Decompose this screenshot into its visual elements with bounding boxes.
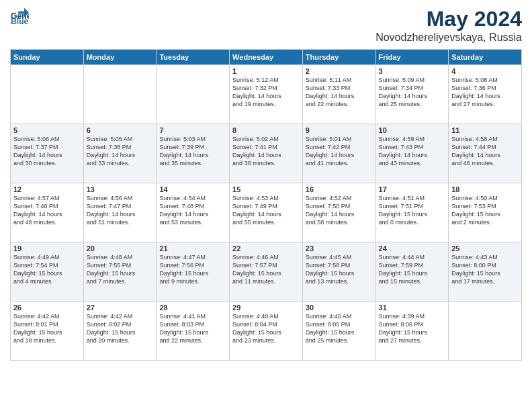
day-number: 7 <box>159 126 226 134</box>
day-cell: 20Sunrise: 4:48 AMSunset: 7:55 PMDayligh… <box>83 242 157 302</box>
day-cell: 21Sunrise: 4:47 AMSunset: 7:56 PMDayligh… <box>157 242 230 302</box>
day-cell <box>11 65 84 124</box>
day-info: Sunrise: 4:43 AMSunset: 8:00 PMDaylight:… <box>451 253 519 286</box>
day-cell: 1Sunrise: 5:12 AMSunset: 7:32 PMDaylight… <box>230 65 303 124</box>
day-info: Sunrise: 4:44 AMSunset: 7:59 PMDaylight:… <box>379 253 446 286</box>
day-number: 2 <box>306 67 373 75</box>
week-row-3: 12Sunrise: 4:57 AMSunset: 7:46 PMDayligh… <box>11 183 522 242</box>
day-number: 18 <box>451 185 519 193</box>
day-info: Sunrise: 5:09 AMSunset: 7:34 PMDaylight:… <box>379 76 446 109</box>
day-number: 12 <box>13 185 81 193</box>
day-number: 9 <box>306 126 373 134</box>
day-header-wednesday: Wednesday <box>230 50 303 65</box>
day-cell: 12Sunrise: 4:57 AMSunset: 7:46 PMDayligh… <box>11 183 84 242</box>
header: General Blue General Blue May 2024 Novod… <box>10 7 522 44</box>
day-cell: 14Sunrise: 4:54 AMSunset: 7:48 PMDayligh… <box>157 183 230 242</box>
day-cell <box>83 65 157 124</box>
day-number: 10 <box>379 126 446 134</box>
day-cell <box>449 302 522 361</box>
day-cell: 4Sunrise: 5:08 AMSunset: 7:36 PMDaylight… <box>449 65 522 124</box>
day-number: 4 <box>451 67 519 75</box>
day-number: 24 <box>379 244 446 253</box>
day-number: 20 <box>87 244 154 253</box>
week-row-4: 19Sunrise: 4:49 AMSunset: 7:54 PMDayligh… <box>11 242 522 302</box>
title-block: May 2024 Novodzhereliyevskaya, Russia <box>375 7 522 44</box>
week-row-2: 5Sunrise: 5:06 AMSunset: 7:37 PMDaylight… <box>11 124 522 183</box>
day-info: Sunrise: 4:57 AMSunset: 7:46 PMDaylight:… <box>13 194 81 227</box>
day-cell: 7Sunrise: 5:03 AMSunset: 7:39 PMDaylight… <box>157 124 230 183</box>
day-info: Sunrise: 5:11 AMSunset: 7:33 PMDaylight:… <box>306 76 373 109</box>
day-info: Sunrise: 4:51 AMSunset: 7:51 PMDaylight:… <box>379 194 446 227</box>
day-number: 16 <box>306 185 373 193</box>
day-header-saturday: Saturday <box>449 50 522 65</box>
day-number: 25 <box>451 244 519 253</box>
day-info: Sunrise: 4:58 AMSunset: 7:44 PMDaylight:… <box>451 135 519 168</box>
week-row-5: 26Sunrise: 4:42 AMSunset: 8:01 PMDayligh… <box>11 302 522 361</box>
day-number: 6 <box>87 126 154 134</box>
day-info: Sunrise: 4:39 AMSunset: 8:06 PMDaylight:… <box>379 312 446 345</box>
day-number: 26 <box>13 304 81 312</box>
day-info: Sunrise: 5:06 AMSunset: 7:37 PMDaylight:… <box>13 135 81 168</box>
day-info: Sunrise: 4:56 AMSunset: 7:47 PMDaylight:… <box>87 194 154 227</box>
day-info: Sunrise: 4:54 AMSunset: 7:48 PMDaylight:… <box>159 194 226 227</box>
day-number: 11 <box>451 126 519 134</box>
day-cell: 24Sunrise: 4:44 AMSunset: 7:59 PMDayligh… <box>375 242 449 302</box>
day-cell: 17Sunrise: 4:51 AMSunset: 7:51 PMDayligh… <box>375 183 449 242</box>
day-info: Sunrise: 4:45 AMSunset: 7:58 PMDaylight:… <box>306 253 373 286</box>
day-info: Sunrise: 4:49 AMSunset: 7:54 PMDaylight:… <box>13 253 81 286</box>
day-cell: 29Sunrise: 4:40 AMSunset: 8:04 PMDayligh… <box>230 302 303 361</box>
day-cell: 15Sunrise: 4:53 AMSunset: 7:49 PMDayligh… <box>230 183 303 242</box>
day-cell: 6Sunrise: 5:05 AMSunset: 7:38 PMDaylight… <box>83 124 157 183</box>
page: General Blue General Blue May 2024 Novod… <box>0 0 532 411</box>
week-row-1: 1Sunrise: 5:12 AMSunset: 7:32 PMDaylight… <box>11 65 522 124</box>
day-header-sunday: Sunday <box>11 50 84 65</box>
day-cell: 19Sunrise: 4:49 AMSunset: 7:54 PMDayligh… <box>11 242 84 302</box>
day-number: 30 <box>306 304 373 312</box>
svg-text:Blue: Blue <box>11 17 29 26</box>
main-title: May 2024 <box>375 7 522 32</box>
day-info: Sunrise: 4:42 AMSunset: 8:02 PMDaylight:… <box>87 312 154 345</box>
day-info: Sunrise: 5:08 AMSunset: 7:36 PMDaylight:… <box>451 76 519 109</box>
day-header-monday: Monday <box>83 50 157 65</box>
day-cell: 30Sunrise: 4:40 AMSunset: 8:05 PMDayligh… <box>302 302 375 361</box>
day-info: Sunrise: 5:01 AMSunset: 7:42 PMDaylight:… <box>306 135 373 168</box>
day-header-friday: Friday <box>375 50 449 65</box>
day-cell: 28Sunrise: 4:41 AMSunset: 8:03 PMDayligh… <box>157 302 230 361</box>
day-info: Sunrise: 4:40 AMSunset: 8:05 PMDaylight:… <box>306 312 373 345</box>
day-info: Sunrise: 4:48 AMSunset: 7:55 PMDaylight:… <box>87 253 154 286</box>
day-info: Sunrise: 4:53 AMSunset: 7:49 PMDaylight:… <box>232 194 300 227</box>
day-cell: 5Sunrise: 5:06 AMSunset: 7:37 PMDaylight… <box>11 124 84 183</box>
day-number: 3 <box>379 67 446 75</box>
day-info: Sunrise: 4:59 AMSunset: 7:43 PMDaylight:… <box>379 135 446 168</box>
day-info: Sunrise: 5:02 AMSunset: 7:41 PMDaylight:… <box>232 135 300 168</box>
header-row: SundayMondayTuesdayWednesdayThursdayFrid… <box>11 50 522 65</box>
day-cell: 10Sunrise: 4:59 AMSunset: 7:43 PMDayligh… <box>375 124 449 183</box>
day-number: 31 <box>379 304 446 312</box>
day-info: Sunrise: 4:40 AMSunset: 8:04 PMDaylight:… <box>232 312 300 345</box>
day-info: Sunrise: 4:46 AMSunset: 7:57 PMDaylight:… <box>232 253 300 286</box>
day-number: 13 <box>87 185 154 193</box>
day-cell: 25Sunrise: 4:43 AMSunset: 8:00 PMDayligh… <box>449 242 522 302</box>
day-number: 21 <box>159 244 226 253</box>
day-info: Sunrise: 4:52 AMSunset: 7:50 PMDaylight:… <box>306 194 373 227</box>
day-number: 14 <box>159 185 226 193</box>
day-cell: 11Sunrise: 4:58 AMSunset: 7:44 PMDayligh… <box>449 124 522 183</box>
day-cell: 31Sunrise: 4:39 AMSunset: 8:06 PMDayligh… <box>375 302 449 361</box>
logo-icon: General Blue <box>10 7 29 26</box>
day-cell: 13Sunrise: 4:56 AMSunset: 7:47 PMDayligh… <box>83 183 157 242</box>
day-number: 28 <box>159 304 226 312</box>
day-cell: 26Sunrise: 4:42 AMSunset: 8:01 PMDayligh… <box>11 302 84 361</box>
day-info: Sunrise: 4:41 AMSunset: 8:03 PMDaylight:… <box>159 312 226 345</box>
day-cell: 3Sunrise: 5:09 AMSunset: 7:34 PMDaylight… <box>375 65 449 124</box>
day-cell: 23Sunrise: 4:45 AMSunset: 7:58 PMDayligh… <box>302 242 375 302</box>
day-cell: 22Sunrise: 4:46 AMSunset: 7:57 PMDayligh… <box>230 242 303 302</box>
day-info: Sunrise: 4:42 AMSunset: 8:01 PMDaylight:… <box>13 312 81 345</box>
day-number: 5 <box>13 126 81 134</box>
day-cell <box>157 65 230 124</box>
day-cell: 18Sunrise: 4:50 AMSunset: 7:53 PMDayligh… <box>449 183 522 242</box>
day-info: Sunrise: 5:12 AMSunset: 7:32 PMDaylight:… <box>232 76 300 109</box>
day-cell: 2Sunrise: 5:11 AMSunset: 7:33 PMDaylight… <box>302 65 375 124</box>
logo: General Blue General Blue <box>10 7 29 26</box>
day-cell: 8Sunrise: 5:02 AMSunset: 7:41 PMDaylight… <box>230 124 303 183</box>
day-number: 29 <box>232 304 300 312</box>
